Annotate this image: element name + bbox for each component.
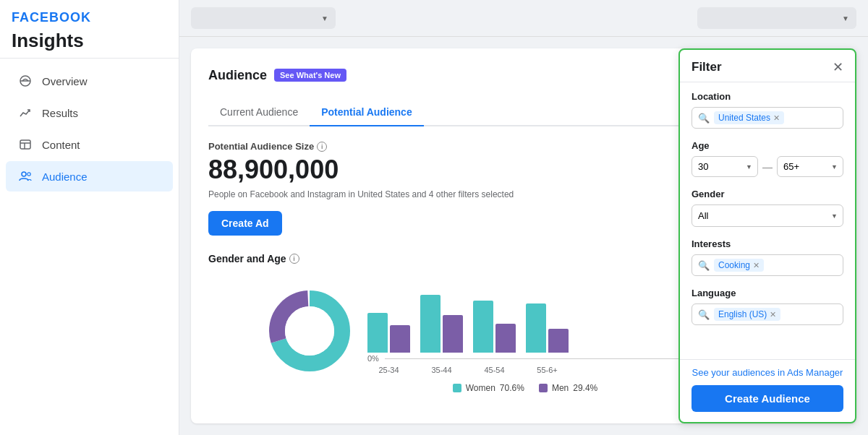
filter-interests-label: Interests	[692, 238, 843, 249]
bar-group-55-6plus	[526, 303, 569, 353]
see-whats-new-badge[interactable]: See What's New	[274, 69, 346, 82]
filter-gender-label: Gender	[692, 189, 843, 199]
legend-pct-women: 70.6%	[500, 383, 524, 393]
top-bar-right	[697, 7, 856, 29]
sidebar-item-results[interactable]: Results	[6, 98, 173, 128]
create-ad-button[interactable]: Create Ad	[208, 211, 282, 236]
filter-interest-tag-remove[interactable]: ✕	[753, 261, 760, 270]
gender-age-info-icon[interactable]: i	[289, 254, 299, 264]
legend-women: Women 70.6%	[453, 383, 524, 393]
legend-label-men: Men	[552, 383, 569, 393]
filter-language-label: Language	[692, 288, 843, 298]
facebook-logo: FACEBOOK	[12, 10, 167, 25]
filter-close-button[interactable]: ✕	[833, 61, 843, 74]
layout-icon	[17, 137, 33, 152]
legend-dot-men	[539, 384, 548, 392]
grid-icon	[17, 73, 33, 89]
content-area: Audience See What's New Filter	[179, 37, 868, 435]
legend-pct-men: 29.4%	[573, 383, 597, 393]
audience-title-wrap: Audience See What's New	[208, 68, 346, 83]
filter-age-section: Age 30 18 25 35 45 55 —	[692, 140, 843, 177]
filter-age-max-wrap: 65+ 24 34 44 54 64	[777, 156, 843, 177]
legend-men: Men 29.4%	[539, 383, 597, 393]
see-audiences-link[interactable]: See your audiences in Ads Manager	[692, 367, 843, 378]
filter-gender-select[interactable]: All Men Women	[692, 204, 843, 227]
filter-language-section: Language 🔍 English (US) ✕	[692, 288, 843, 325]
bar-group-35-44	[420, 295, 463, 353]
tab-potential-audience[interactable]: Potential Audience	[310, 99, 424, 126]
sidebar-nav: Overview Results Content	[0, 59, 179, 435]
bar-women-35-44	[420, 295, 441, 353]
filter-age-min-wrap: 30 18 25 35 45 55	[692, 156, 758, 177]
filter-location-tag: United States ✕	[714, 111, 784, 124]
svg-point-12	[285, 306, 334, 356]
legend-dot-women	[453, 384, 461, 392]
bar-women-45-54	[473, 301, 493, 353]
audience-panel-title: Audience	[208, 68, 267, 83]
sidebar-item-overview-label: Overview	[42, 75, 88, 87]
bar-group-45-54	[473, 301, 516, 353]
filter-footer: See your audiences in Ads Manager Create…	[680, 359, 855, 422]
filter-interest-tag: Cooking ✕	[714, 259, 764, 272]
age-label-25-34: 25-34	[367, 366, 410, 374]
bar-women-55-6plus	[526, 303, 546, 353]
filter-gender-select-wrap: All Men Women	[692, 204, 843, 227]
age-label-55-6plus: 55-6+	[526, 366, 569, 374]
filter-language-tag-remove[interactable]: ✕	[770, 310, 776, 319]
chart-icon	[17, 105, 33, 121]
tab-current-audience[interactable]: Current Audience	[208, 99, 310, 126]
zero-label: 0%	[367, 354, 379, 363]
filter-interests-section: Interests 🔍 Cooking ✕	[692, 238, 843, 276]
top-bar-left-select-wrap	[191, 7, 336, 29]
filter-location-input[interactable]: 🔍 United States ✕	[692, 107, 843, 129]
bar-men-45-54	[495, 324, 516, 353]
filter-gender-section: Gender All Men Women	[692, 189, 843, 227]
filter-age-row: 30 18 25 35 45 55 — 65+	[692, 156, 843, 177]
age-label-45-54: 45-54	[473, 366, 516, 374]
sidebar-item-overview[interactable]: Overview	[6, 66, 173, 96]
create-audience-button[interactable]: Create Audience	[692, 385, 843, 412]
filter-panel-header: Filter ✕	[680, 50, 855, 82]
main-content: Audience See What's New Filter	[179, 0, 868, 435]
filter-panel-title: Filter	[692, 60, 722, 74]
donut-chart	[266, 288, 353, 374]
sidebar-item-content[interactable]: Content	[6, 129, 173, 160]
top-bar-left-dropdown[interactable]	[191, 7, 336, 29]
filter-age-max-select[interactable]: 65+ 24 34 44 54 64	[777, 156, 843, 177]
top-bar-right-select-wrap	[697, 7, 856, 29]
filter-location-tag-remove[interactable]: ✕	[773, 113, 780, 123]
bar-men-35-44	[443, 315, 463, 353]
filter-language-search-icon: 🔍	[698, 309, 710, 320]
filter-body: Location 🔍 United States ✕ Age	[680, 82, 855, 359]
filter-location-label: Location	[692, 91, 843, 102]
filter-age-label: Age	[692, 140, 843, 151]
svg-point-6	[27, 173, 30, 176]
age-dash: —	[762, 161, 773, 173]
people-icon	[17, 168, 33, 184]
legend-label-women: Women	[466, 383, 495, 393]
page-title: Insights	[12, 30, 167, 52]
filter-language-input[interactable]: 🔍 English (US) ✕	[692, 303, 843, 325]
sidebar-item-results-label: Results	[42, 107, 78, 119]
filter-age-min-select[interactable]: 30 18 25 35 45 55	[692, 156, 758, 177]
bar-men-55-6plus	[548, 329, 569, 353]
filter-interests-search-icon: 🔍	[698, 260, 710, 271]
filter-language-tag: English (US) ✕	[714, 308, 780, 321]
age-label-35-44: 35-44	[420, 366, 463, 374]
bar-women-25-34	[367, 313, 388, 353]
sidebar: FACEBOOK Insights Overview Results	[0, 0, 179, 435]
sidebar-item-audience[interactable]: Audience	[6, 161, 173, 191]
filter-location-search-icon: 🔍	[698, 113, 710, 124]
filter-panel: Filter ✕ Location 🔍 United States ✕	[678, 48, 856, 423]
bar-men-25-34	[390, 325, 410, 353]
filter-interests-input[interactable]: 🔍 Cooking ✕	[692, 254, 843, 276]
sidebar-item-audience-label: Audience	[42, 171, 88, 183]
svg-point-5	[22, 172, 26, 176]
svg-rect-2	[20, 140, 30, 149]
bar-group-25-34	[367, 313, 410, 353]
filter-location-section: Location 🔍 United States ✕	[692, 91, 843, 129]
potential-size-info-icon[interactable]: i	[317, 142, 327, 152]
top-bar-right-dropdown[interactable]	[697, 7, 856, 29]
sidebar-header: FACEBOOK Insights	[0, 0, 179, 59]
top-bar	[179, 0, 868, 37]
